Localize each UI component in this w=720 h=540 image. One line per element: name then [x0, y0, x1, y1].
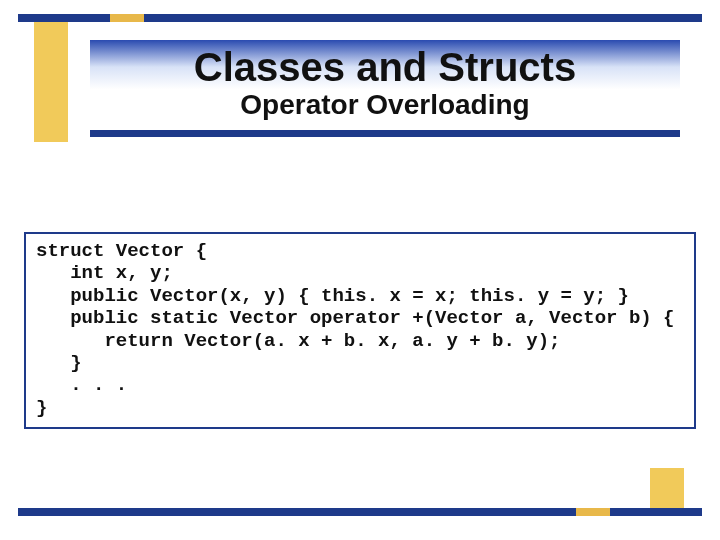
slide-subtitle: Operator Overloading — [90, 90, 680, 121]
title-block: Classes and Structs Operator Overloading — [90, 40, 680, 130]
right-gold-block — [650, 468, 684, 508]
code-line: public Vector(x, y) { this. x = x; this.… — [36, 285, 629, 307]
code-line: } — [36, 397, 47, 419]
bottom-divider-accent — [576, 508, 610, 516]
code-block: struct Vector { int x, y; public Vector(… — [24, 232, 696, 429]
code-line: public static Vector operator +(Vector a… — [36, 307, 675, 329]
code-line: struct Vector { — [36, 240, 207, 262]
left-gold-block — [34, 22, 68, 142]
slide-title: Classes and Structs — [90, 44, 680, 90]
code-line: return Vector(a. x + b. x, a. y + b. y); — [36, 330, 561, 352]
code-line: . . . — [36, 374, 127, 396]
code-line: int x, y; — [36, 262, 173, 284]
top-divider-accent — [110, 14, 144, 22]
code-line: } — [36, 352, 82, 374]
title-underline — [90, 130, 680, 137]
